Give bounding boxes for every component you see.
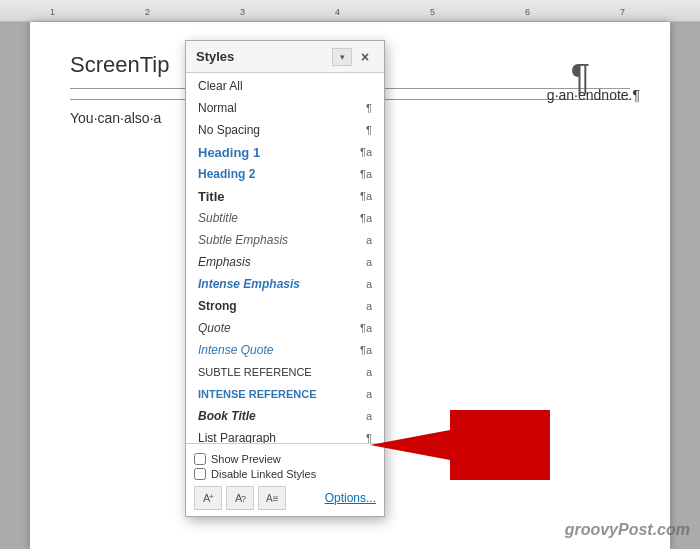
style-type-icon: ¶a [356,322,372,334]
watermark: groovyPost.com [565,521,690,539]
disable-linked-label: Disable Linked Styles [211,468,316,480]
style-item-label: Subtle Emphasis [198,233,288,247]
style-item-clear-all[interactable]: Clear All [186,75,384,97]
style-item-title[interactable]: Title¶a [186,185,384,207]
style-item-label: Intense Reference [198,388,317,400]
style-type-icon: a [356,366,372,378]
style-item-label: Clear All [198,79,243,93]
style-item-strong[interactable]: Stronga [186,295,384,317]
show-preview-label: Show Preview [211,453,281,465]
svg-text:+: + [209,492,214,501]
manage-styles-button[interactable]: A≡ [258,486,286,510]
style-item-subtle-reference[interactable]: Subtle Referencea [186,361,384,383]
ruler-mark: 7 [620,7,625,17]
style-item-book-title[interactable]: Book Titlea [186,405,384,427]
style-type-icon: ¶a [356,190,372,202]
panel-footer: Show Preview Disable Linked Styles A + A… [186,443,384,516]
panel-close-button[interactable]: × [356,48,374,66]
panel-header: Styles ▾ × [186,41,384,73]
svg-text:?: ? [241,494,246,504]
show-preview-checkbox-row[interactable]: Show Preview [194,453,376,465]
style-inspector-button[interactable]: A ? [226,486,254,510]
ruler-mark: 4 [335,7,340,17]
style-type-icon: a [356,300,372,312]
style-item-label: Intense Emphasis [198,277,300,291]
ruler-mark: 6 [525,7,530,17]
style-item-label: Subtitle [198,211,238,225]
style-type-icon: ¶ [356,102,372,114]
style-type-icon: a [356,234,372,246]
style-item-label: Quote [198,321,231,335]
style-item-label: Heading 2 [198,167,255,181]
style-item-heading-1[interactable]: Heading 1¶a [186,141,384,163]
style-item-label: Emphasis [198,255,251,269]
ruler-mark: 2 [145,7,150,17]
svg-text:A≡: A≡ [266,493,279,504]
style-type-icon: a [356,388,372,400]
style-item-label: Book Title [198,409,256,423]
disable-linked-checkbox-row[interactable]: Disable Linked Styles [194,468,376,480]
style-type-icon: a [356,256,372,268]
style-inspector-icon: A ? [233,491,247,505]
style-item-list-paragraph[interactable]: List Paragraph¶ [186,427,384,443]
disable-linked-checkbox[interactable] [194,468,206,480]
style-item-label: Heading 1 [198,145,260,160]
options-link[interactable]: Options... [325,491,376,505]
style-type-icon: ¶a [356,212,372,224]
styles-list: Clear AllNormal¶No Spacing¶Heading 1¶aHe… [186,73,384,443]
style-item-subtle-emphasis[interactable]: Subtle Emphasisa [186,229,384,251]
footer-buttons: A + A ? A≡ Options... [194,486,376,510]
red-arrow-indicator [370,405,550,489]
style-item-quote[interactable]: Quote¶a [186,317,384,339]
style-item-label: No Spacing [198,123,260,137]
style-item-label: Title [198,189,225,204]
panel-title: Styles [196,49,332,64]
new-style-icon: A + [201,491,215,505]
style-item-label: List Paragraph [198,431,276,443]
svg-marker-5 [370,410,550,480]
style-item-label: Intense Quote [198,343,273,357]
ruler-mark: 1 [50,7,55,17]
style-item-normal[interactable]: Normal¶ [186,97,384,119]
manage-styles-icon: A≡ [265,491,279,505]
style-item-intense-reference[interactable]: Intense Referencea [186,383,384,405]
style-type-icon: ¶a [356,344,372,356]
styles-panel: Styles ▾ × Clear AllNormal¶No Spacing¶He… [185,40,385,517]
style-item-heading-2[interactable]: Heading 2¶a [186,163,384,185]
style-item-intense-emphasis[interactable]: Intense Emphasisa [186,273,384,295]
style-type-icon: ¶a [356,168,372,180]
style-item-no-spacing[interactable]: No Spacing¶ [186,119,384,141]
ruler: 1 2 3 4 5 6 7 [0,0,700,22]
new-style-button[interactable]: A + [194,486,222,510]
style-item-intense-quote[interactable]: Intense Quote¶a [186,339,384,361]
style-item-emphasis[interactable]: Emphasisa [186,251,384,273]
ruler-mark: 5 [430,7,435,17]
show-preview-checkbox[interactable] [194,453,206,465]
style-type-icon: ¶a [356,146,372,158]
panel-dropdown-button[interactable]: ▾ [332,48,352,66]
style-item-subtitle[interactable]: Subtitle¶a [186,207,384,229]
ruler-mark: 3 [240,7,245,17]
style-type-icon: ¶ [356,124,372,136]
style-item-label: Subtle Reference [198,366,312,378]
endnote-text: g·an·endnote.¶ [547,87,640,103]
style-item-label: Normal [198,101,237,115]
style-item-label: Strong [198,299,237,313]
style-type-icon: a [356,278,372,290]
